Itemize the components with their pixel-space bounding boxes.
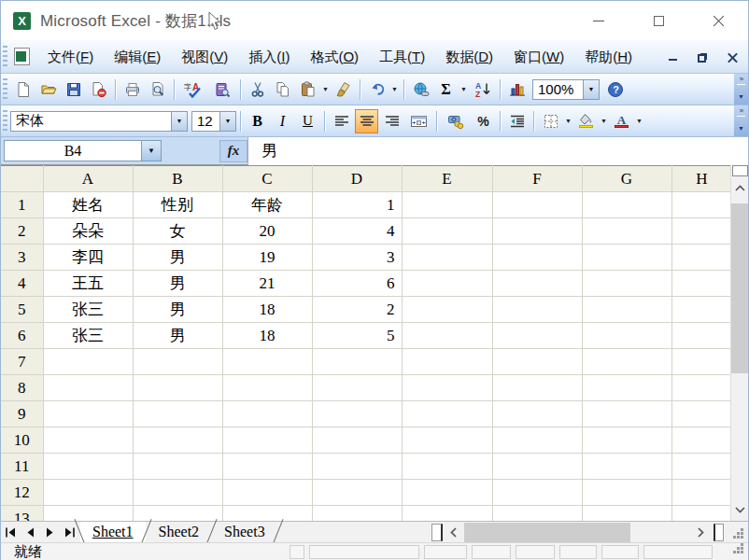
- menu-tools[interactable]: 工具(T): [369, 45, 435, 69]
- row-header-10[interactable]: 10: [1, 427, 43, 454]
- scroll-left-button[interactable]: [443, 523, 464, 542]
- cell[interactable]: [43, 454, 133, 480]
- undo-button[interactable]: [365, 77, 389, 102]
- fill-color-dropdown[interactable]: [599, 109, 609, 133]
- column-header-c[interactable]: C: [222, 166, 312, 192]
- cell-a5[interactable]: 张三: [43, 297, 133, 323]
- align-left-button[interactable]: [330, 109, 353, 133]
- cell-a4[interactable]: 王五: [43, 271, 133, 297]
- column-header-b[interactable]: B: [133, 166, 222, 192]
- cell[interactable]: [43, 375, 133, 401]
- cell[interactable]: [312, 401, 402, 427]
- cell[interactable]: [222, 454, 312, 480]
- insert-function-button[interactable]: fx: [219, 140, 247, 162]
- tab-split-handle[interactable]: [431, 524, 443, 541]
- cell[interactable]: [492, 297, 582, 323]
- cell[interactable]: [492, 427, 582, 454]
- row-header-9[interactable]: 9: [1, 401, 43, 427]
- scroll-up-button[interactable]: [731, 177, 748, 199]
- font-size-combobox[interactable]: 12: [191, 111, 236, 132]
- cell[interactable]: [402, 218, 492, 245]
- toolbar-grip[interactable]: [3, 46, 7, 68]
- cell[interactable]: [133, 349, 222, 375]
- cell-b4[interactable]: 男: [133, 271, 222, 297]
- cell[interactable]: [222, 427, 312, 454]
- cell-c6[interactable]: 18: [222, 323, 312, 349]
- cell[interactable]: [133, 480, 222, 506]
- cell[interactable]: [312, 427, 402, 454]
- cell-c2[interactable]: 20: [222, 218, 312, 245]
- font-color-button[interactable]: A: [610, 109, 633, 133]
- scroll-right-button[interactable]: [690, 523, 712, 542]
- cell-d1[interactable]: 1: [312, 192, 402, 218]
- cell-b2[interactable]: 女: [133, 218, 222, 245]
- vertical-scrollbar[interactable]: [730, 165, 748, 521]
- fill-color-button[interactable]: [574, 109, 598, 133]
- cell[interactable]: [312, 349, 402, 375]
- cell[interactable]: [582, 349, 671, 375]
- row-header-8[interactable]: 8: [1, 375, 43, 401]
- cell[interactable]: [671, 480, 732, 506]
- row-header-2[interactable]: 2: [1, 218, 43, 245]
- column-header-d[interactable]: D: [312, 166, 402, 192]
- percent-style-button[interactable]: %: [472, 109, 495, 133]
- toolbar-grip[interactable]: [3, 110, 7, 133]
- toolbar-grip[interactable]: [3, 78, 7, 101]
- font-name-dropdown[interactable]: [171, 112, 187, 131]
- print-button[interactable]: [120, 77, 144, 102]
- cell-a1[interactable]: 姓名: [43, 192, 133, 218]
- cell[interactable]: [133, 375, 222, 401]
- cut-button[interactable]: [246, 77, 269, 102]
- scroll-down-button[interactable]: [731, 499, 748, 521]
- cell[interactable]: [492, 480, 582, 506]
- horizontal-scrollbar[interactable]: [443, 523, 712, 542]
- cell[interactable]: [222, 506, 312, 522]
- window-resize-grip[interactable]: [733, 541, 744, 558]
- cell[interactable]: [671, 192, 732, 218]
- undo-dropdown[interactable]: [389, 77, 400, 102]
- cell[interactable]: [402, 245, 492, 271]
- cell[interactable]: [133, 401, 222, 427]
- close-button[interactable]: [688, 1, 748, 40]
- zoom-dropdown[interactable]: [583, 80, 599, 99]
- help-button[interactable]: ?: [603, 77, 627, 102]
- copy-button[interactable]: [271, 77, 294, 102]
- menu-insert[interactable]: 插入(I): [238, 45, 300, 69]
- merge-center-button[interactable]: [405, 109, 431, 133]
- column-header-f[interactable]: F: [492, 166, 582, 192]
- row-header-12[interactable]: 12: [1, 480, 43, 506]
- open-button[interactable]: [36, 77, 60, 102]
- font-size-dropdown[interactable]: [219, 112, 235, 131]
- autosum-dropdown[interactable]: [459, 77, 469, 102]
- next-sheet-button[interactable]: [40, 523, 60, 542]
- cell[interactable]: [671, 349, 732, 375]
- cell[interactable]: [402, 454, 492, 480]
- workbook-minimize-button[interactable]: [664, 49, 681, 65]
- cell[interactable]: [582, 401, 671, 427]
- cell-c5[interactable]: 18: [222, 297, 312, 323]
- cell[interactable]: [222, 349, 312, 375]
- cell[interactable]: [492, 192, 582, 218]
- sheet-tab-1[interactable]: Sheet1: [80, 522, 146, 542]
- cell[interactable]: [671, 401, 732, 427]
- workbook-icon[interactable]: [14, 48, 30, 65]
- autosum-button[interactable]: Σ: [434, 77, 458, 102]
- align-right-button[interactable]: [380, 109, 403, 133]
- cell[interactable]: [582, 427, 671, 454]
- menu-format[interactable]: 格式(O): [300, 45, 369, 69]
- cell[interactable]: [582, 323, 671, 349]
- row-header-7[interactable]: 7: [1, 349, 43, 375]
- cell[interactable]: [492, 375, 582, 401]
- underline-button[interactable]: U: [296, 109, 319, 133]
- menu-data[interactable]: 数据(D): [435, 45, 503, 69]
- menu-file[interactable]: 文件(F): [37, 45, 104, 69]
- borders-button[interactable]: [539, 109, 562, 133]
- cell[interactable]: [43, 480, 133, 506]
- currency-style-button[interactable]: [442, 109, 470, 133]
- cell[interactable]: [582, 480, 671, 506]
- cell-b1[interactable]: 性别: [133, 192, 222, 218]
- cell[interactable]: [402, 506, 492, 522]
- cell-c1[interactable]: 年龄: [222, 192, 312, 218]
- cell[interactable]: [492, 506, 582, 522]
- cell[interactable]: [43, 427, 133, 454]
